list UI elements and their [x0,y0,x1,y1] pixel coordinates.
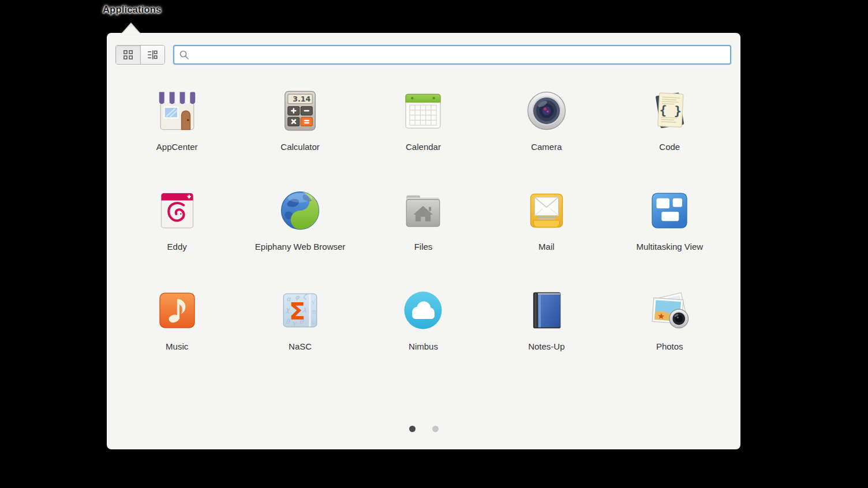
app-item-camera[interactable]: Camera [485,82,608,182]
nasc-icon: α φ ζ χ λ θ γ θ √ π ω [277,287,323,333]
app-grid: AppCenter 3.14 [115,82,731,381]
app-label: AppCenter [156,142,198,152]
view-switcher [115,45,165,65]
app-item-epiphany[interactable]: Epiphany Web Browser [238,182,361,281]
multitasking-icon [646,187,693,234]
app-item-calculator[interactable]: 3.14 Calculator [238,82,361,182]
files-icon [400,187,446,234]
app-label: Mail [538,242,555,251]
category-view-button[interactable] [140,46,165,64]
svg-text:Σ: Σ [289,298,305,325]
app-item-calendar[interactable]: Calendar [362,82,485,182]
app-label: Camera [531,142,562,152]
app-item-nimbus[interactable]: Nimbus [362,281,485,381]
app-item-multitasking-view[interactable]: Multitasking View [608,182,731,281]
calculator-icon: 3.14 [277,88,323,134]
app-item-photos[interactable]: Photos [608,281,731,381]
nimbus-icon [400,287,446,333]
grid-view-icon [123,50,133,60]
eddy-icon [154,187,200,234]
svg-text:3.14: 3.14 [293,95,310,103]
search-input[interactable] [193,50,725,60]
app-label: Eddy [167,242,187,251]
app-item-nasc[interactable]: α φ ζ χ λ θ γ θ √ π ω [238,281,361,381]
app-item-appcenter[interactable]: AppCenter [115,82,238,182]
app-label: Calculator [280,142,320,152]
applications-launcher-button[interactable]: Applications [103,4,161,15]
epiphany-icon [277,187,323,234]
app-label: NaSC [289,341,312,351]
camera-icon [523,88,570,134]
app-item-eddy[interactable]: Eddy [115,182,238,281]
music-icon [154,287,200,333]
search-icon [179,50,189,60]
svg-text:π: π [312,308,316,316]
app-item-notes-up[interactable]: Notes-Up [485,281,608,381]
launcher-toolbar [115,45,731,65]
app-label: Nimbus [409,341,438,351]
app-label: Epiphany Web Browser [255,242,345,251]
page-dot-2[interactable] [432,426,439,432]
app-label: Code [659,142,680,152]
appcenter-icon [154,88,200,134]
svg-text:√: √ [312,298,316,305]
code-icon: { } [646,88,693,134]
app-label: Photos [656,341,683,351]
search-box [173,45,731,65]
app-item-code[interactable]: { } Code [608,82,731,182]
svg-text:{ }: { } [659,103,682,118]
svg-text:ω: ω [311,318,316,325]
photos-icon [646,287,693,333]
app-launcher-panel: AppCenter 3.14 [107,33,740,449]
notesup-icon [523,287,570,333]
page-dots [107,426,740,432]
app-label: Music [166,341,188,351]
calendar-icon [400,88,446,134]
app-item-music[interactable]: Music [115,281,238,381]
app-label: Multitasking View [636,242,703,251]
desktop: Applications [0,0,868,488]
app-label: Notes-Up [528,341,564,351]
page-dot-1[interactable] [409,426,416,432]
app-item-mail[interactable]: Mail [485,182,608,281]
mail-icon [523,187,570,234]
app-label: Calendar [406,142,441,152]
popover-tail-icon [121,22,141,34]
app-label: Files [414,242,433,251]
app-item-files[interactable]: Files [362,182,485,281]
grid-view-button[interactable] [116,46,140,64]
category-view-icon [147,50,158,60]
